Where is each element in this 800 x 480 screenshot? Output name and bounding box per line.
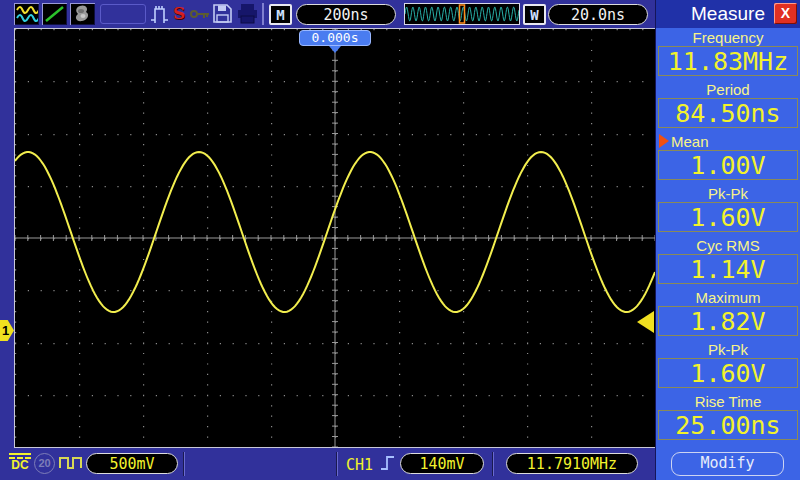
dc-coupling-icon: DC [8, 452, 32, 471]
measure-item[interactable]: Frequency11.83MHz [656, 28, 800, 80]
square-wave-icon [59, 455, 85, 470]
pulse-icon[interactable] [150, 3, 170, 25]
measure-item[interactable]: Rise Time25.00ns [656, 392, 800, 444]
measure-value: 11.83MHz [658, 46, 798, 76]
volts-per-div-readout: 500mV [86, 453, 178, 474]
measure-item[interactable]: Cyc RMS1.14V [656, 236, 800, 288]
measure-list: Frequency11.83MHzPeriod84.50nsMean1.00VP… [656, 28, 800, 444]
oscilloscope-screen: S M 200ns W 20.0ns [0, 0, 800, 480]
status-bar: DC 20 500mV CH1 140mV 11.7910MHz [0, 448, 660, 480]
rising-edge-icon [380, 453, 396, 473]
measure-label: Rise Time [656, 392, 800, 410]
measure-value: 1.14V [658, 254, 798, 284]
measure-value: 1.82V [658, 306, 798, 336]
measure-item[interactable]: Mean1.00V [656, 132, 800, 184]
modify-button[interactable]: Modify [671, 452, 784, 476]
measure-value: 1.00V [658, 150, 798, 180]
measure-label: Period [656, 80, 800, 98]
channel-waveforms-button[interactable] [14, 3, 39, 25]
measure-item[interactable]: Period84.50ns [656, 80, 800, 132]
separator [492, 452, 494, 476]
measure-label: Mean [656, 132, 800, 150]
ramp-line-icon [43, 4, 66, 24]
separator [336, 452, 338, 476]
measure-panel: Measure X Frequency11.83MHzPeriod84.50ns… [655, 0, 800, 480]
trigger-level-marker-icon[interactable] [637, 311, 654, 333]
readout-box [100, 4, 146, 24]
trigger-source-label: CH1 [346, 456, 373, 474]
top-toolbar: S M 200ns W 20.0ns [0, 0, 660, 29]
measure-label: Cyc RMS [656, 236, 800, 254]
window-timebase-value: 20.0ns [548, 4, 648, 25]
channel-waveforms-icon [15, 4, 38, 24]
panel-title: Measure [691, 3, 765, 24]
trigger-frequency-readout: 11.7910MHz [506, 453, 638, 474]
measure-value: 25.00ns [658, 410, 798, 440]
measure-value: 84.50ns [658, 98, 798, 128]
ramp-line-button[interactable] [42, 3, 67, 25]
keylock-icon[interactable] [189, 3, 211, 25]
graticule-display [14, 28, 656, 448]
measure-label: Pk-Pk [656, 340, 800, 358]
close-icon[interactable]: X [774, 3, 797, 24]
main-timebase-label: M [269, 4, 292, 25]
trigger-level-readout: 140mV [400, 453, 484, 474]
time-offset-pointer-icon [329, 46, 341, 53]
main-timebase-value: 200ns [296, 4, 396, 25]
measure-value: 1.60V [658, 358, 798, 388]
separator [183, 452, 185, 476]
channel1-ground-marker[interactable]: 1 [0, 320, 14, 341]
noise-blob-button[interactable] [70, 3, 95, 25]
window-timebase-label: W [523, 4, 546, 25]
stop-s-indicator: S [173, 3, 185, 23]
print-icon[interactable] [236, 3, 259, 24]
waveform-preview [404, 3, 520, 25]
time-offset-tag[interactable]: 0.000s [299, 30, 371, 46]
measure-label: Frequency [656, 28, 800, 46]
measure-panel-header: Measure X [656, 0, 800, 28]
measure-item[interactable]: Pk-Pk1.60V [656, 340, 800, 392]
measure-label: Pk-Pk [656, 184, 800, 202]
noise-blob-icon [71, 4, 94, 24]
coupling-label: DC [11, 458, 28, 472]
separator [262, 3, 264, 25]
selected-arrow-icon [659, 134, 669, 148]
bandwidth-limit-icon: 20 [34, 453, 55, 474]
save-icon[interactable] [212, 3, 233, 24]
measure-value: 1.60V [658, 202, 798, 232]
measure-item[interactable]: Pk-Pk1.60V [656, 184, 800, 236]
measure-label: Maximum [656, 288, 800, 306]
measure-item[interactable]: Maximum1.82V [656, 288, 800, 340]
